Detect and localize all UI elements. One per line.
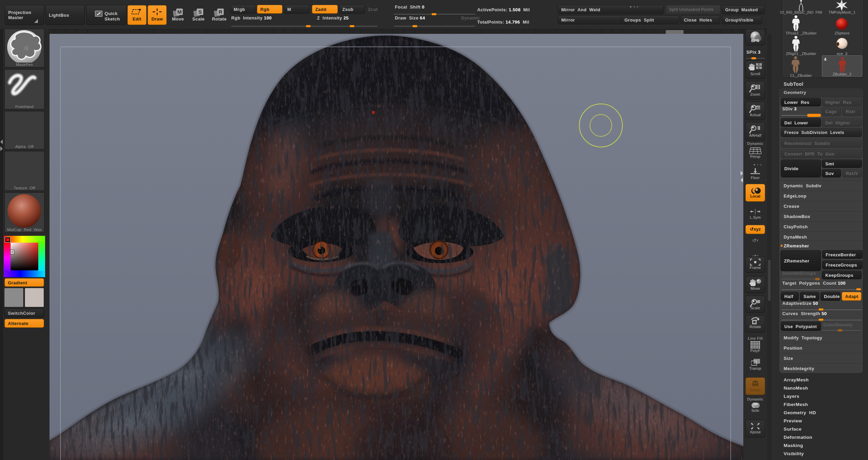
svg-text:M: M xyxy=(177,9,182,15)
svg-text:S: S xyxy=(198,9,202,15)
svg-text:x1: x1 xyxy=(756,106,760,109)
svg-text:R: R xyxy=(219,9,222,15)
